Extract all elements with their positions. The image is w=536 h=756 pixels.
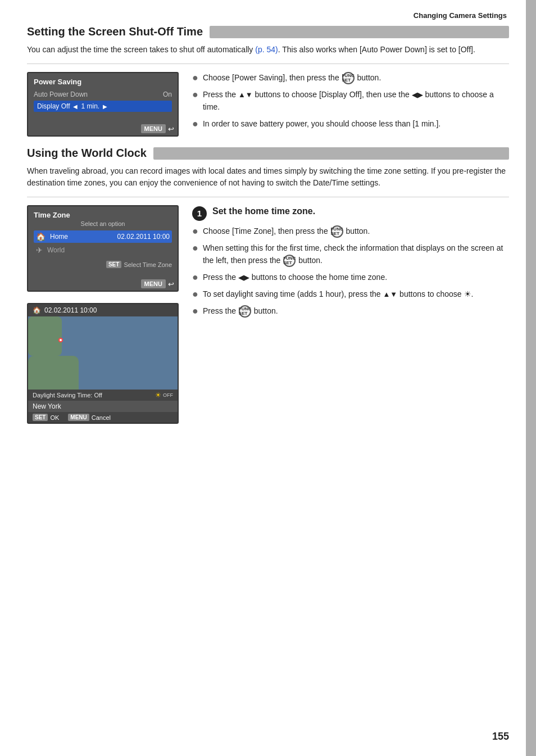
s2-bullet-dot-5: ● xyxy=(192,306,198,317)
bullet-dot-1: ● xyxy=(192,73,198,84)
continent-2 xyxy=(28,356,79,390)
arrow-left-icon: ◀ xyxy=(73,103,78,110)
section2-title: Using the World Clock xyxy=(27,147,147,160)
section2-content: Time Zone Select an option 🏠 Home 02.02.… xyxy=(27,205,509,424)
screen-title: Power Saving xyxy=(34,78,172,86)
s2-bullet-5: ● Press the FUNCSET button. xyxy=(192,305,509,318)
tz-home-datetime: 02.02.2011 10:00 xyxy=(72,233,170,241)
home-icon-map: 🏠 xyxy=(33,306,41,314)
s2-bullet-dot-1: ● xyxy=(192,226,198,237)
tz-world-row: ✈ World xyxy=(34,244,172,256)
func-set-btn-s2-2: FUNCSET xyxy=(283,255,296,267)
step1-heading: Set the home time zone. xyxy=(212,205,315,218)
tz-home-row: 🏠 Home 02.02.2011 10:00 xyxy=(34,230,172,243)
set-ok-btn: SET OK xyxy=(33,414,59,421)
section1-link[interactable]: (p. 54) xyxy=(255,45,278,54)
arrow-right-icon: ▶ xyxy=(103,103,107,110)
s2-bullet-text-5: Press the FUNCSET button. xyxy=(203,305,509,318)
header-text: Changing Camera Settings xyxy=(414,11,507,20)
dst-label: Daylight Saving Time: Off xyxy=(33,392,102,399)
s2-bullet-dot-2: ● xyxy=(192,243,198,254)
tz-screen-title: Time Zone xyxy=(34,211,172,219)
step1: 1 Set the home time zone. xyxy=(192,205,509,221)
map-dst-bar: Daylight Saving Time: Off ☀ OFF xyxy=(28,390,178,401)
func-set-btn-s2-1: FUNCSET xyxy=(331,225,343,238)
map-area xyxy=(28,316,178,390)
page-number: 155 xyxy=(492,731,509,743)
section1-divider xyxy=(27,64,509,64)
section2-accent-bar xyxy=(153,147,509,160)
bullet-2: ● Press the ▲▼ buttons to choose [Displa… xyxy=(192,89,509,113)
back-icon: ↩ xyxy=(168,125,174,133)
map-screen: 🏠 02.02.2011 10:00 Daylight Saving Time:… xyxy=(27,303,179,424)
map-datetime: 02.02.2011 10:00 xyxy=(44,306,97,314)
s2-bullet-text-4: To set daylight saving time (adds 1 hour… xyxy=(203,288,509,301)
tz-set-bar: SET Select Time Zone xyxy=(34,260,172,269)
auto-power-value: On xyxy=(163,90,172,98)
menu-cancel-btn: MENU Cancel xyxy=(68,414,111,421)
step1-number: 1 xyxy=(192,206,207,221)
bullet-text-2: Press the ▲▼ buttons to choose [Display … xyxy=(203,89,509,113)
s2-bullet-dot-4: ● xyxy=(192,289,198,300)
s2-bullet-2: ● When setting this for the first time, … xyxy=(192,242,509,267)
page-header: Changing Camera Settings xyxy=(27,11,509,20)
right-accent-bar xyxy=(526,0,536,756)
menu-badge-map: MENU xyxy=(68,414,89,421)
map-footer: SET OK MENU Cancel xyxy=(28,412,178,423)
bullet-1: ● Choose [Power Saving], then press the … xyxy=(192,72,509,84)
s2-bullet-dot-3: ● xyxy=(192,272,198,283)
screen-row-autopower: Auto Power Down On xyxy=(34,89,172,99)
sun-icon: ☀ xyxy=(155,391,161,399)
tz-world-label: World xyxy=(47,246,65,254)
bullet-text-3: In order to save battery power, you shou… xyxy=(203,118,509,130)
tz-menu-btn: MENU xyxy=(141,279,166,288)
map-city: New York xyxy=(28,401,178,412)
auto-power-label: Auto Power Down xyxy=(34,90,88,98)
continent-1 xyxy=(28,316,62,356)
section1-content: Power Saving Auto Power Down On Display … xyxy=(27,72,509,137)
bullet-text-1: Choose [Power Saving], then press the FU… xyxy=(203,72,509,84)
power-saving-screen: Power Saving Auto Power Down On Display … xyxy=(27,72,179,137)
s2-bullet-text-1: Choose [Time Zone], then press the FUNCS… xyxy=(203,225,509,238)
tz-menu-bar: MENU ↩ xyxy=(28,277,178,291)
dst-icons: ☀ OFF xyxy=(155,391,173,399)
screen-row-display-off: Display Off ◀ 1 min. ▶ xyxy=(34,101,172,112)
display-off-value: 1 min. xyxy=(81,102,99,110)
s2-bullet-text-3: Press the ◀▶ buttons to choose the home … xyxy=(203,271,509,284)
section1-title-bar: Setting the Screen Shut-Off Time xyxy=(27,25,509,38)
map-header: 🏠 02.02.2011 10:00 xyxy=(28,304,178,316)
map-pin xyxy=(58,338,63,342)
func-set-btn-1: FUNCSET xyxy=(342,72,355,84)
section2-divider xyxy=(27,197,509,197)
world-icon: ✈ xyxy=(36,246,43,255)
home-icon: 🏠 xyxy=(36,232,46,241)
section2-right: 1 Set the home time zone. ● Choose [Time… xyxy=(192,205,509,322)
section2-body: When traveling abroad, you can record im… xyxy=(27,165,509,189)
time-zone-screen: Time Zone Select an option 🏠 Home 02.02.… xyxy=(27,205,179,292)
display-off-label: Display Off xyxy=(37,102,70,110)
tz-set-label: Select Time Zone xyxy=(124,261,172,268)
tz-home-label: Home xyxy=(50,233,68,241)
dst-off-sub: OFF xyxy=(163,392,173,398)
set-badge-map: SET xyxy=(33,414,48,421)
ok-label: OK xyxy=(50,414,59,421)
bullet-3: ● In order to save battery power, you sh… xyxy=(192,118,509,130)
sun-symbol: ☀ xyxy=(464,289,471,298)
s2-bullet-3: ● Press the ◀▶ buttons to choose the hom… xyxy=(192,271,509,284)
section1-accent-bar xyxy=(210,26,509,38)
cancel-label: Cancel xyxy=(92,414,111,421)
section1-body: You can adjust the time the screen takes… xyxy=(27,44,509,56)
set-badge: SET xyxy=(106,261,121,268)
section2-title-bar: Using the World Clock xyxy=(27,147,509,160)
bullet-dot-3: ● xyxy=(192,119,198,130)
s2-bullet-text-2: When setting this for the first time, ch… xyxy=(203,242,509,267)
func-set-btn-s2-5: FUNCSET xyxy=(239,305,251,318)
ud-arrows-2: ▲▼ xyxy=(383,290,397,298)
tz-back-icon: ↩ xyxy=(168,280,174,288)
left-right-arrows: ◀▶ xyxy=(412,91,423,99)
tz-screen-subtitle: Select an option xyxy=(34,220,172,227)
section1-bullets: ● Choose [Power Saving], then press the … xyxy=(192,72,509,134)
s2-bullet-4: ● To set daylight saving time (adds 1 ho… xyxy=(192,288,509,301)
section1-title: Setting the Screen Shut-Off Time xyxy=(27,25,203,38)
section2-screens: Time Zone Select an option 🏠 Home 02.02.… xyxy=(27,205,179,424)
